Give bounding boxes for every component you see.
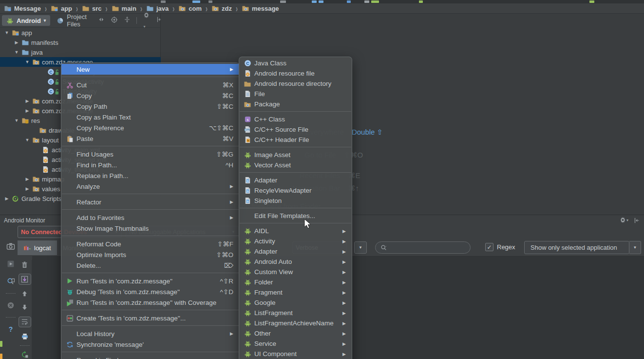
menu-item-cut[interactable]: Cut⌘X <box>61 80 239 90</box>
menu-item-custom-view[interactable]: Custom View▶ <box>239 267 352 277</box>
menu-item-replace-in-path[interactable]: Replace in Path... <box>61 170 239 181</box>
restart-logcat-button[interactable] <box>19 350 31 359</box>
menu-item-singleton[interactable]: bSingleton <box>239 196 352 206</box>
menu-item-run-tests-in-com-zdz-message-with-covera[interactable]: Run 'Tests in 'com.zdz.message'' with Co… <box>61 297 239 308</box>
clear-logcat-button[interactable] <box>19 260 31 270</box>
tree-collapsed-arrow-icon[interactable]: ▶ <box>24 99 30 103</box>
monitor-tab-logcat[interactable]: logcat <box>18 240 57 255</box>
menu-item-run-tests-in-com-zdz-message[interactable]: Run 'Tests in 'com.zdz.message''^⇧R <box>61 276 239 286</box>
terminate-button[interactable] <box>5 299 17 311</box>
screen-record-button[interactable] <box>5 258 17 270</box>
tree-expanded-arrow-icon[interactable]: ▼ <box>14 50 19 55</box>
settings-gear-button[interactable]: ▾ <box>143 12 150 30</box>
menu-item-reformat-code[interactable]: Reformat Code⇧⌘F <box>61 239 239 249</box>
menu-item-refactor[interactable]: Refactor▶ <box>61 197 239 207</box>
regex-checkbox[interactable]: ✓ <box>485 243 493 251</box>
move-down-button[interactable] <box>19 302 31 312</box>
tree-collapsed-arrow-icon[interactable]: ▶ <box>24 177 30 181</box>
tree-expanded-arrow-icon[interactable]: ▼ <box>24 138 30 142</box>
menu-item-service[interactable]: Service▶ <box>239 339 352 349</box>
menu-item-recyleviewadapter[interactable]: bRecyleViewAdapter <box>239 185 352 196</box>
soft-wrap-button[interactable] <box>19 317 31 327</box>
menu-item-paste[interactable]: Paste⌘V <box>61 133 239 144</box>
screenshot-button[interactable] <box>5 240 17 252</box>
tree-expanded-arrow-icon[interactable]: ▼ <box>4 30 10 35</box>
menu-item-copy-as-plain-text[interactable]: Copy as Plain Text <box>61 112 239 122</box>
view-tab-android[interactable]: Android▾ <box>2 15 50 26</box>
tree-collapsed-arrow-icon[interactable]: ▶ <box>24 108 30 113</box>
menu-item-adapter[interactable]: bAdapter <box>239 175 352 185</box>
menu-item-reveal-in-finder[interactable]: Reveal in Finder <box>61 355 239 359</box>
menu-item-show-image-thumbnails[interactable]: Show Image Thumbnails <box>61 223 239 234</box>
menu-item-listfragment[interactable]: ListFragment▶ <box>239 308 352 318</box>
monitor-hide-panel-icon[interactable] <box>633 217 640 224</box>
submenu-arrow-icon: ▶ <box>224 184 233 189</box>
locate-button[interactable] <box>111 16 118 25</box>
menu-item-optimize-imports[interactable]: Optimize Imports⇧⌘O <box>61 249 239 260</box>
menu-item-android-auto[interactable]: Android Auto▶ <box>239 257 352 267</box>
toolbar-icon-sliver <box>371 0 379 3</box>
menu-item-c-c-source-file[interactable]: C++C/C++ Source File <box>239 124 352 135</box>
menu-item-file[interactable]: File <box>239 89 352 99</box>
tree-collapsed-arrow-icon[interactable]: ▶ <box>14 40 19 45</box>
menu-item-c-class[interactable]: sC++ Class <box>239 114 352 124</box>
menu-item-c-c-header-file[interactable]: hC/C++ Header File <box>239 135 352 145</box>
breadcrumb-item-com[interactable]: com <box>177 4 203 12</box>
tree-collapsed-arrow-icon[interactable]: ▶ <box>24 186 30 191</box>
menu-item-debug-tests-in-com-zdz-message[interactable]: Debug 'Tests in 'com.zdz.message''^⇧D <box>61 286 239 297</box>
menu-item-android-resource-directory[interactable]: Android resource directory <box>239 79 352 89</box>
scroll-to-end-button[interactable] <box>19 274 31 284</box>
breadcrumb-item-message[interactable]: message <box>241 4 280 12</box>
breadcrumb-item-zdz[interactable]: zdz <box>210 4 233 12</box>
log-level-caret-button[interactable]: ▼ <box>354 241 367 254</box>
menu-item-aidl[interactable]: AIDL▶ <box>239 226 352 236</box>
filter-dropdown[interactable]: Show only selected application <box>524 241 629 254</box>
menu-item-find-usages[interactable]: Find Usages⇧⌘G <box>61 149 239 160</box>
menu-item-edit-file-templates[interactable]: Edit File Templates... <box>239 211 352 221</box>
menu-item-delete[interactable]: Delete...⌦ <box>61 260 239 271</box>
menu-item-synchronize-message[interactable]: Synchronize 'message' <box>61 339 239 350</box>
tree-item-manifests[interactable]: ▶manifests <box>0 38 161 47</box>
menu-item-other[interactable]: Other▶ <box>239 328 352 339</box>
filter-dropdown-caret-button[interactable]: ▼ <box>629 241 641 254</box>
tree-collapsed-arrow-icon[interactable]: ▶ <box>4 196 10 201</box>
menu-item-listfragmentachievename[interactable]: ListFragmentAchieveName▶ <box>239 318 352 328</box>
menu-item-copy-path[interactable]: Copy Path⇧⌘C <box>61 101 239 112</box>
menu-item-analyze[interactable]: Analyze▶ <box>61 181 239 192</box>
logcat-search-field[interactable] <box>375 241 471 254</box>
menu-item-folder[interactable]: Folder▶ <box>239 277 352 287</box>
view-tab-project-files[interactable]: Project Files <box>52 15 91 26</box>
menu-item-ui-component[interactable]: UI Component▶ <box>239 349 352 359</box>
menu-item-image-asset[interactable]: Image Asset <box>239 150 352 160</box>
menu-item-google[interactable]: Google▶ <box>239 298 352 308</box>
tree-expanded-arrow-icon[interactable]: ▼ <box>24 60 30 64</box>
breadcrumb-item-message[interactable]: Message <box>3 4 42 12</box>
tree-expanded-arrow-icon[interactable]: ▼ <box>14 118 19 123</box>
menu-item-find-in-path[interactable]: Find in Path...^H <box>61 160 239 170</box>
monitor-settings-gear-icon[interactable]: ▾ <box>619 217 628 224</box>
print-button[interactable] <box>19 331 31 341</box>
menu-item-android-resource-file[interactable]: Android resource file <box>239 68 352 79</box>
collapse-all-button[interactable] <box>124 16 131 25</box>
menu-item-vector-asset[interactable]: Vector Asset <box>239 160 352 170</box>
move-up-button[interactable] <box>19 289 31 299</box>
menu-item-activity[interactable]: Activity▶ <box>239 236 352 246</box>
menu-item-create-tests-in-com-zdz-message[interactable]: Create 'Tests in 'com.zdz.message''... <box>61 313 239 323</box>
tree-item-app[interactable]: ▼app <box>0 28 161 38</box>
expand-selection-button[interactable] <box>98 16 105 25</box>
menu-item-copy[interactable]: Copy⌘C <box>61 90 239 101</box>
menu-item-java-class[interactable]: CJava Class <box>239 58 352 68</box>
menu-item-package[interactable]: Package <box>239 99 352 109</box>
menu-item-adapter[interactable]: Adapter▶ <box>239 246 352 257</box>
menu-item-add-to-favorites[interactable]: Add to Favorites▶ <box>61 212 239 223</box>
menu-item-new[interactable]: New▶ <box>61 64 239 75</box>
menu-item-fragment[interactable]: Fragment▶ <box>239 287 352 298</box>
menu-item-copy-reference[interactable]: Copy Reference⌥⇧⌘C <box>61 122 239 133</box>
menu-item-local-history[interactable]: Local History▶ <box>61 328 239 339</box>
breadcrumb-item-app[interactable]: app <box>50 4 73 12</box>
layout-inspector-button[interactable] <box>5 276 17 287</box>
search-icon[interactable] <box>380 244 387 251</box>
tree-item-java[interactable]: ▼java <box>0 47 161 57</box>
search-input[interactable] <box>389 244 455 252</box>
help-button[interactable]: ? <box>5 323 17 335</box>
